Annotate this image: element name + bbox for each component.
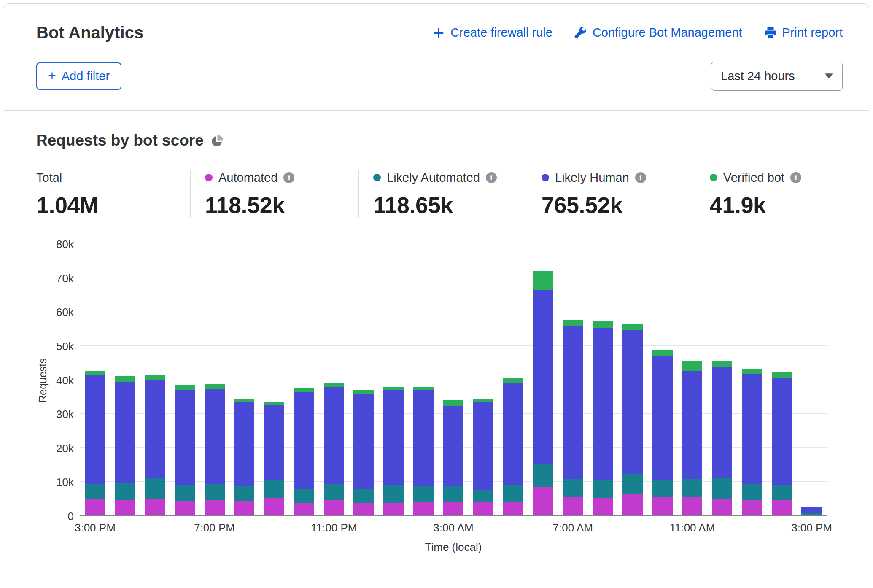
bar-stack <box>175 244 195 515</box>
bar-segment-likely-automated <box>503 485 523 502</box>
bar-segment-automated <box>682 497 702 515</box>
bar-stack <box>353 244 374 515</box>
x-tick-label: 11:00 AM <box>669 521 715 534</box>
bar-segment-verified-bot <box>115 376 135 381</box>
bar-segment-automated <box>443 502 463 515</box>
bar-segment-verified-bot <box>145 375 165 380</box>
bar-12[interactable] <box>439 244 469 515</box>
bar-segment-automated <box>115 500 135 515</box>
x-tick-label: 3:00 PM <box>75 521 116 534</box>
bar-3[interactable] <box>170 244 199 515</box>
bar-5[interactable] <box>229 244 259 515</box>
legend-dot <box>542 174 549 181</box>
action-create-firewall-rule[interactable]: Create firewall rule <box>432 26 552 40</box>
bar-segment-verified-bot <box>503 378 523 383</box>
chevron-down-icon <box>825 73 833 79</box>
bar-segment-likely-automated <box>443 486 463 502</box>
bar-stack <box>413 244 434 515</box>
bar-stack <box>742 244 762 515</box>
bar-6[interactable] <box>259 244 289 515</box>
bar-segment-likely-human <box>533 290 553 464</box>
stats-row: Total1.04MAutomatedi118.52kLikely Automa… <box>36 170 869 218</box>
bar-9[interactable] <box>349 244 379 515</box>
bar-segment-automated <box>622 494 643 515</box>
time-range-select[interactable]: Last 24 hours <box>711 62 843 91</box>
bar-stack <box>593 244 613 515</box>
bar-16[interactable] <box>558 244 588 515</box>
bar-segment-likely-human <box>175 390 195 485</box>
bar-segment-likely-human <box>443 406 463 486</box>
add-filter-button[interactable]: + Add filter <box>36 62 121 90</box>
bar-segment-automated <box>563 497 583 515</box>
bar-21[interactable] <box>707 244 737 515</box>
bar-segment-likely-human <box>383 390 404 485</box>
plus-icon: + <box>48 69 56 82</box>
bar-23[interactable] <box>767 244 797 515</box>
bar-segment-likely-automated <box>682 479 702 497</box>
bar-segment-likely-human <box>145 380 165 478</box>
bar-14[interactable] <box>498 244 528 515</box>
action-label: Print report <box>782 26 843 40</box>
action-print-report[interactable]: Print report <box>764 26 843 40</box>
bar-24[interactable] <box>797 244 827 515</box>
bar-segment-verified-bot <box>563 320 583 326</box>
bar-segment-likely-human <box>652 356 672 480</box>
y-tick-label: 10k <box>56 477 74 488</box>
bar-segment-likely-automated <box>712 478 732 499</box>
bar-20[interactable] <box>677 244 707 515</box>
bar-11[interactable] <box>409 244 439 515</box>
legend-dot <box>205 174 213 181</box>
info-icon[interactable]: i <box>790 172 801 183</box>
bar-stack <box>712 244 732 515</box>
bar-13[interactable] <box>468 244 498 515</box>
bar-17[interactable] <box>588 244 618 515</box>
bar-segment-likely-automated <box>533 464 553 487</box>
bar-stack <box>443 244 463 515</box>
bar-10[interactable] <box>379 244 409 515</box>
info-icon[interactable]: i <box>635 172 646 183</box>
x-tick-label: 7:00 PM <box>194 521 235 534</box>
bot-analytics-page: Bot Analytics Create firewall ruleConfig… <box>4 3 869 588</box>
bar-segment-likely-human <box>294 392 314 489</box>
bar-22[interactable] <box>737 244 767 515</box>
header-actions: Create firewall ruleConfigure Bot Manage… <box>432 26 843 40</box>
bar-segment-likely-automated <box>383 485 404 503</box>
bar-stack <box>473 244 493 515</box>
x-tick-labels: 3:00 PM7:00 PM11:00 PM3:00 AM7:00 AM11:0… <box>80 521 827 537</box>
y-tick-label: 40k <box>56 375 74 386</box>
bar-1[interactable] <box>110 244 140 515</box>
bar-18[interactable] <box>617 244 647 515</box>
bar-19[interactable] <box>647 244 677 515</box>
bar-segment-likely-human <box>563 326 583 479</box>
bar-segment-likely-human <box>264 405 284 480</box>
action-configure-bot-management[interactable]: Configure Bot Management <box>574 26 742 40</box>
bar-segment-likely-automated <box>473 490 493 502</box>
bar-stack <box>145 244 165 515</box>
info-icon[interactable]: i <box>486 172 497 183</box>
bar-0[interactable] <box>80 244 110 515</box>
bar-segment-verified-bot <box>533 271 553 290</box>
bar-segment-likely-automated <box>205 484 225 500</box>
bar-2[interactable] <box>140 244 170 515</box>
info-icon[interactable]: i <box>283 172 294 183</box>
bar-segment-automated <box>145 499 165 515</box>
bar-segment-likely-automated <box>115 483 135 500</box>
stat-total: Total1.04M <box>36 170 190 218</box>
section-title: Requests by bot score <box>36 132 204 149</box>
bar-segment-verified-bot <box>324 383 344 387</box>
bar-segment-automated <box>294 503 314 515</box>
bar-segment-automated <box>652 497 672 515</box>
y-axis-title: Requests <box>36 244 49 516</box>
bar-7[interactable] <box>289 244 319 515</box>
bar-15[interactable] <box>528 244 558 515</box>
bar-segment-automated <box>234 501 254 515</box>
legend-dot <box>710 174 717 181</box>
bar-segment-verified-bot <box>712 361 732 367</box>
bar-segment-likely-human <box>234 402 254 486</box>
bar-4[interactable] <box>199 244 229 515</box>
stat-label: Likely Human <box>555 171 629 185</box>
bar-8[interactable] <box>319 244 349 515</box>
bar-segment-likely-automated <box>622 474 643 494</box>
bar-segment-verified-bot <box>593 321 613 328</box>
bar-segment-verified-bot <box>294 388 314 392</box>
